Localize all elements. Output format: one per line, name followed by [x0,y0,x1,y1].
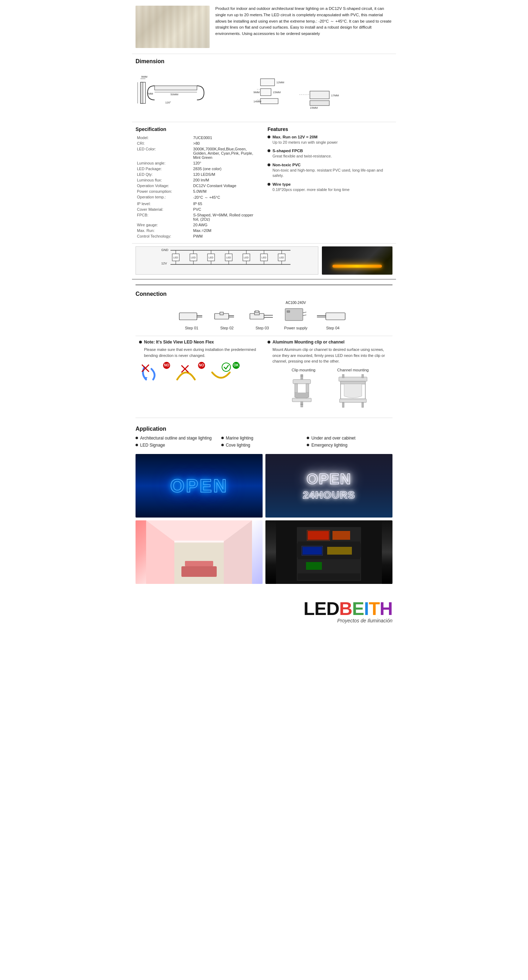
spec-label: Luminous flux: [135,177,192,183]
header-description: Product for indoor and outdoor architect… [215,6,393,48]
svg-rect-114 [327,547,352,555]
feature-title: Max. Run on 12V = 20M [267,135,393,139]
spec-row: Wire gauge:20 AWG [135,222,261,228]
svg-rect-95 [342,402,344,407]
spec-row: Cover Material:PVC [135,207,261,212]
spec-label: Luminous angle: [135,160,192,166]
spec-label: Control Technology: [135,233,192,239]
mount-bullet [267,340,270,344]
feature-item: Max. Run on 12V = 20M Up to 20 meters ru… [267,135,393,145]
spec-value: S-Shaped, W=6MM, Rolled copper foil, (2O… [192,212,261,222]
spec-value: -20°C ～ +45°C [192,194,261,201]
svg-rect-85 [295,384,297,393]
circuit-photo [322,247,393,275]
app-item-5: Under and over cabinet [307,436,393,441]
spec-features-section: Specification Model:7UCE0001CRI:>80LED C… [132,122,396,243]
features-column: Features Max. Run on 12V = 20M Up to 20 … [267,126,393,239]
spec-value: PVC [192,207,261,212]
spec-row: IP level:IP 65 [135,201,261,207]
svg-text:GND: GND [161,248,169,252]
spec-value: 20 AWG [192,222,261,228]
open-text-white: OPEN [306,471,351,488]
svg-text:15MM: 15MM [273,91,281,94]
svg-text:12MM: 12MM [276,81,285,84]
specification-table: Model:7UCE0001CRI:>80LED Color:3000K,700… [135,135,261,239]
app-bullet-3 [221,437,224,439]
note-description: Please make sure that even during instal… [144,347,261,358]
svg-rect-105 [185,561,213,566]
svg-text:LED: LED [208,256,213,259]
svg-rect-94 [340,399,366,402]
svg-rect-18 [310,91,329,99]
feature-title-text: Wire type [272,182,291,186]
app-photo-interior [135,520,262,584]
dimension-diagram: 9MM 14MM 7MM 50MM 120° 12MM 9MM [135,68,393,118]
logo-e: E [352,598,364,619]
app-col-1: Architectural outline and stage lighting… [135,436,221,450]
step-02-svg [213,309,241,323]
badge-no-2: NO [198,362,205,369]
spec-row: CRI:>80 [135,140,261,146]
clip-mounting-item: Clip mounting [282,368,325,414]
svg-line-72 [303,315,306,316]
spec-value: 3000K,7000K,Red,Blue,Green, Golden, Ambe… [192,146,261,160]
note-title: Note: It's Side View LED Neon Flex [139,340,261,345]
clip-mounting-label: Clip mounting [282,368,325,372]
spec-label: Max. Run: [135,228,192,233]
feature-item: Non-toxic PVC Non-toxic and high-temp. r… [267,163,393,179]
spec-row: Luminous flux:200 lm/M [135,177,261,183]
spec-row: LED Color:3000K,7000K,Red,Blue,Green, Go… [135,146,261,160]
circuit-diagram: GND 12V LED LED LED LED [135,247,318,275]
svg-rect-113 [302,547,322,555]
power-supply-diagram [283,306,308,325]
bend-no-1-svg [139,362,164,385]
feature-title-text: Max. Run on 12V = 20M [272,135,318,139]
svg-rect-91 [342,374,344,378]
application-title: Application [135,426,393,432]
app-photos-row1: OPEN OPEN 24HOURS [135,454,393,517]
spec-value: DC12V Constant Voltage [192,183,261,189]
svg-text:LED: LED [226,256,231,259]
spec-value: 120 LEDS/M [192,172,261,177]
spec-label: LED Color: [135,146,192,160]
step-03: Step 03 [248,309,276,330]
dimension-section: Dimension 9MM 14MM 7MM 50MM 120° [132,54,396,122]
features-title: Features [267,126,393,132]
app-text-4: Cove lighting [226,443,250,448]
app-bullet-6 [307,444,309,446]
logo-container: LEDBEITH [304,598,393,619]
bend-no-2-svg [173,362,198,385]
spec-row: LED Qty:120 LEDS/M [135,172,261,177]
svg-rect-86 [306,384,309,393]
svg-rect-69 [285,309,303,321]
power-supply-svg [283,306,308,323]
step-04-svg [315,309,350,323]
connection-title: Connection [135,291,393,297]
app-col-3: Under and over cabinet Emergency lightin… [307,436,393,450]
spec-row: Luminous angle:120° [135,160,261,166]
bend-diagrams: NO NO [139,362,261,386]
bend-ok-svg [208,362,233,385]
feature-desc: Up to 20 meters run with single power [272,140,393,145]
clip-mounting-svg [282,374,325,413]
connection-section: Connection Step 01 [132,285,396,422]
note-bullet [139,340,142,344]
mount-title: Aluminum Mounting clip or channel [267,340,389,345]
svg-text:LED: LED [173,256,178,259]
bend-no-1: NO [139,362,170,386]
spec-row: Operation temp.:-20°C ～ +45°C [135,194,261,201]
spec-value: PWM [192,233,261,239]
app-item-3: Marine lighting [221,436,307,441]
connection-steps: Step 01 Step 02 [135,301,393,330]
logo-h: H [379,598,393,619]
badge-ok: OK [232,362,240,369]
channel-mounting-item: Channel mounting [332,368,374,414]
mount-diagrams: Clip mounting [267,368,389,414]
logo-i: I [364,598,369,619]
feature-title: Wire type [267,182,393,186]
step-03-diagram [248,309,276,325]
header-section: Product for indoor and outdoor architect… [132,0,396,54]
svg-rect-73 [326,313,345,320]
app-text-1: Architectural outline and stage lighting [140,436,212,441]
spec-label: LED Qty: [135,172,192,177]
